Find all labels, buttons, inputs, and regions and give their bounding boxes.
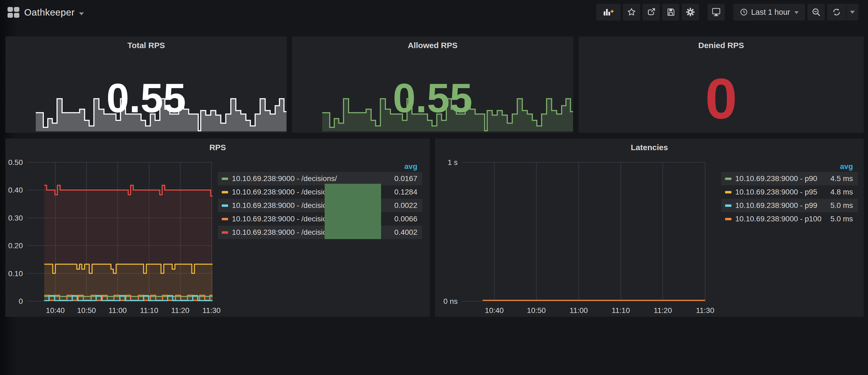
monitor-icon [711,7,721,17]
toolbar: Last 1 hour [594,4,858,21]
time-range-label: Last 1 hour [751,8,790,17]
share-button[interactable] [643,4,660,21]
share-icon [646,7,656,17]
x-axis-label: 11:20 [171,306,189,315]
legend-avg-header[interactable]: avg [404,162,422,171]
panel-title[interactable]: Total RPS [6,41,287,50]
settings-button[interactable] [682,4,699,21]
clock-icon [740,8,748,16]
legend-series-name: 10.10.69.238:9000 - /decisions/ [232,215,337,223]
chevron-down-icon [850,11,855,14]
y-axis-label: 0 [19,297,23,306]
legend-header: avg [218,161,422,172]
time-picker-button[interactable]: Last 1 hour [733,4,805,21]
zoom-out-button[interactable] [808,4,825,21]
series-color-swatch[interactable] [222,191,228,193]
panel-denied-rps: Denied RPS 0 [578,36,864,133]
legend-row[interactable]: 10.10.69.238:9000 - p995.0 ms [721,199,858,212]
y-axis-label: 0.10 [8,270,23,278]
y-axis-label: 0 ns [443,297,458,306]
x-axis-label: 10:50 [527,306,546,315]
total-rps-value: 0.55 [6,75,287,122]
denied-rps-value: 0 [579,66,864,132]
refresh-button[interactable] [827,4,846,21]
x-axis-label: 10:40 [485,306,504,315]
series-color-swatch[interactable] [222,178,228,180]
legend-series-avg-value: 5.0 ms [825,215,853,223]
dashboard-title: Oathkeeper [24,7,75,18]
gear-icon [685,7,695,17]
cycle-view-button[interactable] [708,4,725,21]
x-axis-label: 11:30 [696,306,714,315]
series-color-swatch[interactable] [222,231,228,234]
panel-title[interactable]: Denied RPS [579,41,864,50]
panel-title[interactable]: Latencies [435,143,864,152]
series-color-swatch[interactable] [725,205,732,207]
chevron-down-icon [79,12,84,15]
dashboard-header: Oathkeeper [0,0,868,25]
legend-row[interactable]: 10.10.69.238:9000 - /decisions/0.0066 [218,212,422,226]
refresh-button-group [827,4,858,21]
panel-allowed-rps: Allowed RPS 0.55 [292,36,574,133]
dashboard-grid-icon [7,7,19,18]
legend-series-name: 10.10.69.238:9000 - /decisions/ [232,174,337,183]
legend-header: avg [721,161,858,172]
series-color-swatch[interactable] [222,218,228,220]
dashboard-title-button[interactable]: Oathkeeper [7,0,84,25]
legend-series-avg-value: 4.8 ms [825,188,853,196]
legend-series-avg-value: 0.0066 [389,215,417,223]
legend-series-avg-value: 0.0167 [389,174,417,183]
y-axis-label: 0.30 [8,214,23,222]
y-axis-label: 0.50 [8,158,23,166]
latencies-legend: avg10.10.69.238:9000 - p904.5 ms10.10.69… [721,161,858,226]
legend-row[interactable]: 10.10.69.238:9000 - /decisions/0.1284 [218,185,422,199]
legend-row[interactable]: 10.10.69.238:9000 - /decisions/0.0167 [218,172,422,185]
legend-row[interactable]: 10.10.69.238:9000 - p904.5 ms [721,172,858,185]
panel-title[interactable]: Allowed RPS [292,41,573,50]
legend-row[interactable]: 10.10.69.238:9000 - p1005.0 ms [721,212,858,226]
x-axis-label: 11:30 [203,306,221,315]
legend-series-name: 10.10.69.238:9000 - p90 [735,174,817,183]
x-axis-label: 10:50 [77,306,96,315]
x-axis-label: 11:10 [140,306,158,315]
legend-series-name: 10.10.69.238:9000 - /decisions/ [232,201,337,210]
x-axis-label: 11:20 [654,306,672,315]
allowed-rps-value: 0.55 [292,75,573,122]
refresh-icon [832,7,841,17]
rps-legend: avg10.10.69.238:9000 - /decisions/0.0167… [218,161,422,239]
series-color-swatch[interactable] [222,205,228,207]
y-axis-label: 0.20 [8,242,23,250]
series-color-swatch[interactable] [725,218,732,220]
series-color-swatch[interactable] [725,191,732,193]
y-axis-label: 1 s [448,158,458,166]
chevron-down-icon [794,11,799,14]
legend-row[interactable]: 10.10.69.238:9000 - /decisions/0.0022 [218,199,422,212]
green-overlay-artifact [324,184,381,239]
x-axis-label: 10:40 [46,306,65,315]
x-axis-label: 11:00 [108,306,127,315]
zoom-out-icon [811,7,821,17]
legend-series-avg-value: 5.0 ms [825,201,853,210]
legend-avg-header[interactable]: avg [840,162,858,171]
legend-series-name: 10.10.69.238:9000 - /decisions/ [232,188,337,196]
panel-title[interactable]: RPS [6,143,430,152]
legend-row[interactable]: 10.10.69.238:9000 - p954.8 ms [721,185,858,199]
series-color-swatch[interactable] [725,178,732,180]
x-axis-label: 11:10 [612,306,630,315]
legend-series-avg-value: 0.1284 [389,188,417,196]
x-axis-label: 11:00 [569,306,588,315]
add-panel-button[interactable] [596,4,620,21]
panel-latencies-graph: Latencies 1 s0 ns10:4010:5011:0011:1011:… [435,138,864,317]
legend-row[interactable]: 10.10.69.238:9000 - /decisions/0.4002 [218,226,422,239]
save-button[interactable] [662,4,679,21]
legend-series-name: 10.10.69.238:9000 - p100 [735,215,822,223]
save-icon [666,7,676,17]
panel-total-rps: Total RPS 0.55 [5,36,287,133]
refresh-interval-dropdown[interactable] [846,4,858,21]
legend-series-avg-value: 0.4002 [389,228,417,237]
star-button[interactable] [623,4,640,21]
legend-series-avg-value: 0.0022 [389,201,417,210]
y-axis-label: 0.40 [8,186,23,194]
legend-series-avg-value: 4.5 ms [825,174,853,183]
legend-series-name: 10.10.69.238:9000 - p95 [735,188,817,196]
